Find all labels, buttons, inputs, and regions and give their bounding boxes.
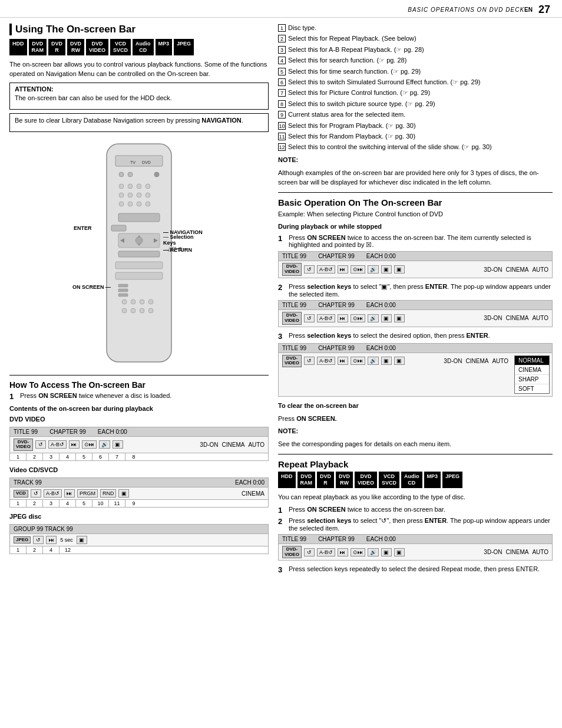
b2-ctrl-ab: A-B↺ — [317, 314, 335, 322]
vcd-num-9: 9 — [125, 500, 142, 507]
vcd-disc-badge: VCD — [14, 490, 28, 498]
rb-3don: 3D-ON — [484, 549, 502, 555]
b2-ctrl-audio: 🔊 — [368, 314, 379, 322]
svg-point-37 — [122, 308, 127, 313]
badge-hdd: HDD — [9, 39, 27, 55]
basic-step3-num: 3 — [278, 332, 286, 341]
on-screen-label: ON SCREEN — — [72, 284, 111, 290]
jpeg-group-track-label: GROUP 99 TRACK 99 — [14, 526, 73, 532]
num-2: 2 — [27, 453, 43, 460]
intro-text: The on-screen bar allows you to control … — [9, 60, 269, 79]
vcd-num-5: 5 — [76, 500, 92, 507]
item-9: 9Current status area for the selected it… — [278, 110, 553, 119]
example-text: Example: When selecting Picture Control … — [278, 210, 553, 219]
attention-text: The on-screen bar can also be used for t… — [15, 94, 263, 103]
rb-auto: AUTO — [532, 549, 548, 555]
jpeg-disc-badge: JPEG — [14, 536, 31, 544]
repeat-badge-hdd: HDD — [278, 472, 296, 488]
svg-rect-27 — [118, 251, 160, 257]
svg-point-14 — [146, 193, 150, 197]
rb-ctrl-pic: ▣ — [381, 548, 392, 556]
basic-step2-text: Press selection keys to select "▣", then… — [289, 283, 553, 298]
basic-bar1: TITLE 99 CHAPTER 99 EACH 0:00 DVD-VIDEO … — [278, 251, 553, 278]
dvdvideo-title-row: TITLE 99 CHAPTER 99 EACH 0:00 — [9, 427, 269, 437]
basic-bar3-controls: DVD-VIDEO ↺ A-B↺ ⏭ ⊙⏭ 🔊 ▣ ▣ 3D-ON CINEMA… — [279, 353, 512, 370]
b2-title: TITLE 99 — [282, 302, 306, 308]
repeat-badge-dvdr: DVDR — [317, 472, 334, 488]
dvdvideo-right-labels: 3D-ON CINEMA AUTO — [200, 442, 265, 448]
item-6: 6Select this to switch Simulated Surroun… — [278, 78, 553, 87]
remote-container: TV DVD — [71, 138, 207, 369]
b2-cinema: CINEMA — [505, 315, 528, 321]
repeat-step2-text: Press selection keys to select "↺", then… — [289, 517, 553, 532]
b1-auto: AUTO — [532, 266, 548, 273]
picture-control-dropdown: NORMAL CINEMA SHARP SOFT — [514, 355, 550, 394]
repeat-badge-jpeg: JPEG — [442, 472, 462, 488]
jpeg-ctrl-picture: ▣ — [77, 536, 87, 544]
b1-3don: 3D-ON — [484, 266, 502, 273]
note2-text: See the corresponding pages for details … — [278, 440, 553, 449]
vcd-num-2: 2 — [27, 500, 43, 507]
vcd-ctrl-ab: A-B↺ — [44, 489, 62, 498]
basic-step1-row: 1 Press ON SCREEN twice to access the on… — [278, 234, 553, 249]
repeat-divider — [278, 454, 553, 454]
basic-step1-num: 1 — [278, 234, 286, 243]
num-1: 1 — [10, 453, 27, 460]
right-column: 1Disc type. 2Select this for Repeat Play… — [278, 24, 553, 722]
num-4: 4 — [59, 453, 76, 460]
b3-3don: 3D-ON — [444, 358, 462, 364]
b1-chapter: CHAPTER 99 — [318, 253, 355, 259]
repeat-intro: You can repeat playback as you like acco… — [278, 493, 553, 502]
item-num-2: 2 — [278, 35, 286, 42]
item-num-7: 7 — [278, 89, 286, 97]
vcd-ctrl-repeat: ↺ — [31, 489, 41, 498]
jpeg-num-4: 4 — [43, 546, 59, 554]
svg-point-18 — [146, 202, 150, 206]
svg-point-38 — [131, 308, 135, 313]
vcd-controls-row: VCD ↺ A-B↺ ⏭ PRGM RND ▣ CINEMA — [9, 487, 269, 500]
b3-ctrl-skip2: ⊙⏭ — [351, 357, 365, 365]
svg-point-33 — [122, 299, 127, 304]
label-auto: AUTO — [248, 442, 265, 448]
b3-ctrl-repeat: ↺ — [304, 357, 315, 365]
svg-point-39 — [140, 308, 144, 313]
item-8: 8Select this to switch picture source ty… — [278, 100, 553, 108]
jpeg-num-1: 1 — [10, 546, 27, 554]
en-badge: EN — [524, 6, 533, 13]
vcd-num-1: 1 — [10, 500, 27, 507]
item-4: 4Select this for search function. (☞ pg.… — [278, 56, 553, 65]
b2-disc-badge: DVD-VIDEO — [282, 312, 302, 325]
return-label: — RETURN — [163, 247, 192, 253]
num-6: 6 — [92, 453, 109, 460]
badge-mp3: MP3 — [156, 39, 173, 55]
remote-svg: TV DVD — [71, 138, 207, 368]
how-to-step1-row: 1 Press ON SCREEN twice whenever a disc … — [9, 392, 269, 401]
contents-title: Contents of the on-screen bar during pla… — [9, 404, 269, 414]
b1-right-labels: 3D-ON CINEMA AUTO — [484, 266, 548, 273]
svg-point-12 — [128, 193, 133, 197]
b2-ctrl-pic: ▣ — [381, 314, 392, 322]
label-cinema: CINEMA — [222, 442, 244, 448]
vcd-title-row: TRACK 99 EACH 0:00 — [9, 477, 269, 487]
basic-bar2: TITLE 99 CHAPTER 99 EACH 0:00 DVD-VIDEO … — [278, 300, 553, 327]
b3-chapter: CHAPTER 99 — [318, 345, 355, 351]
vcd-num-10: 10 — [92, 500, 109, 507]
svg-point-16 — [128, 202, 133, 206]
how-to-title: How To Access The On-screen Bar — [9, 380, 269, 390]
badge-dvdr: DVDR — [48, 39, 65, 55]
svg-point-4 — [119, 172, 124, 177]
item-12: 12Select this to control the switching i… — [278, 143, 553, 151]
svg-rect-19 — [118, 213, 160, 222]
vcd-ctrl-prgm: PRGM — [77, 489, 98, 498]
item-text-7: Select this for Picture Control function… — [288, 88, 430, 97]
item-num-12: 12 — [278, 143, 286, 151]
svg-point-10 — [146, 184, 150, 189]
item-text-6: Select this to switch Simulated Surround… — [288, 78, 481, 87]
jpeg-num-12: 12 — [59, 546, 76, 554]
right-note-label: NOTE: — [278, 156, 553, 165]
b2-each: EACH 0:00 — [366, 302, 396, 308]
item-text-9: Current status area for the selected ite… — [288, 110, 405, 119]
repeat-step2-row: 2 Press selection keys to select "↺", th… — [278, 517, 553, 532]
basic-step2-num: 2 — [278, 283, 286, 292]
basic-bar3-body: DVD-VIDEO ↺ A-B↺ ⏭ ⊙⏭ 🔊 ▣ ▣ 3D-ON CINEMA… — [278, 353, 553, 397]
